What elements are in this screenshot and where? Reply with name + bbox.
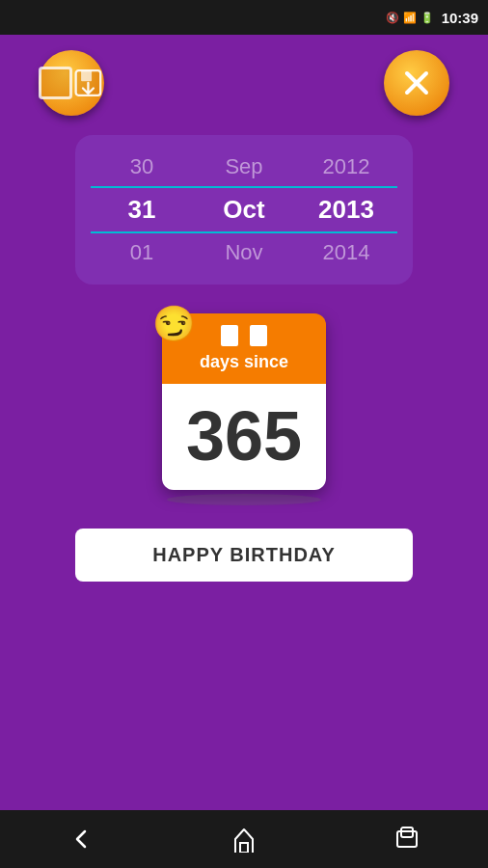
date-picker-card[interactable]: 30 Sep 2012 31 Oct 2013 01 Nov 2014 <box>75 135 413 285</box>
save-button[interactable] <box>39 50 104 116</box>
wifi-icon: 📶 <box>403 12 417 24</box>
days-count: 365 <box>186 397 302 475</box>
nav-bar <box>0 810 488 868</box>
back-icon <box>68 826 95 853</box>
selected-day: 31 <box>94 195 190 225</box>
days-since-label: days since <box>200 352 288 372</box>
selected-year: 2013 <box>298 195 394 225</box>
status-time: 10:39 <box>442 10 478 26</box>
calendar-tabs <box>221 325 267 346</box>
date-picker-selected-row: 31 Oct 2013 <box>75 187 413 232</box>
status-bar: 🔇 📶 🔋 10:39 <box>0 0 488 35</box>
date-picker-prev-row: 30 Sep 2012 <box>75 147 413 187</box>
prev-year: 2012 <box>298 154 394 179</box>
calendar-widget: 😏 days since 365 <box>162 313 326 505</box>
recents-icon <box>393 826 420 853</box>
next-year: 2014 <box>298 240 394 265</box>
next-day: 01 <box>94 240 190 265</box>
calendar-tab-right <box>250 325 267 346</box>
calendar-shadow <box>167 494 321 505</box>
next-month: Nov <box>196 240 292 265</box>
calendar-tab-left <box>221 325 238 346</box>
status-icons: 🔇 📶 🔋 <box>386 12 434 24</box>
home-icon <box>230 826 258 853</box>
prev-month: Sep <box>196 154 292 179</box>
close-icon <box>399 66 434 100</box>
message-input[interactable] <box>91 532 397 578</box>
battery-icon: 🔋 <box>420 12 434 24</box>
top-buttons <box>0 50 488 116</box>
prev-day: 30 <box>94 154 190 179</box>
recents-nav-button[interactable] <box>383 820 431 858</box>
save-icon <box>72 66 104 100</box>
date-picker-next-row: 01 Nov 2014 <box>75 232 413 273</box>
svg-rect-1 <box>81 70 92 81</box>
close-button[interactable] <box>384 50 449 116</box>
back-nav-button[interactable] <box>57 820 105 858</box>
selected-month: Oct <box>196 195 292 225</box>
calendar-body: 365 <box>162 384 326 490</box>
home-nav-button[interactable] <box>220 820 268 858</box>
mute-icon: 🔇 <box>386 12 399 24</box>
svg-rect-4 <box>240 843 248 853</box>
main-content: 30 Sep 2012 31 Oct 2013 01 Nov 2014 😏 da… <box>0 35 488 810</box>
emoji-badge: 😏 <box>152 304 196 344</box>
text-input-container[interactable] <box>75 529 413 582</box>
